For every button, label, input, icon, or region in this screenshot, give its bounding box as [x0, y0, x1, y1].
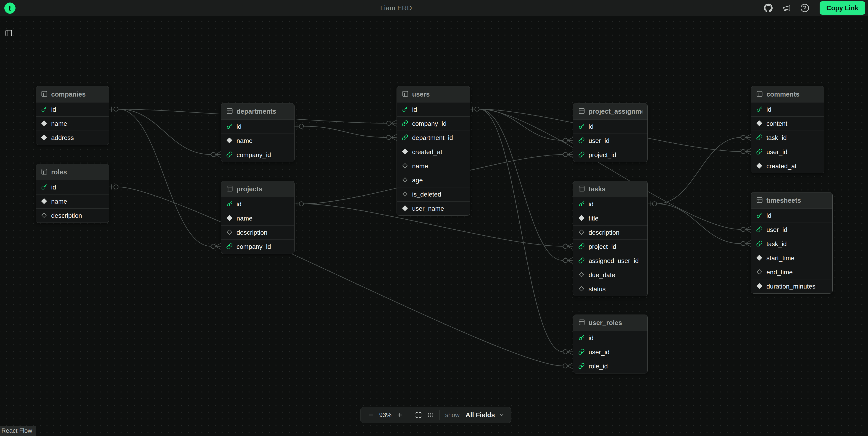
field-row-projects-id[interactable]: id — [221, 197, 294, 211]
table-header[interactable]: departments — [221, 103, 294, 119]
field-row-tasks-assigned_user_id[interactable]: assigned_user_id — [573, 254, 647, 268]
field-name: user_id — [589, 137, 610, 145]
field-row-project_assignments-user_id[interactable]: user_id — [573, 133, 647, 148]
table-companies[interactable]: companiesidnameaddress — [36, 86, 109, 145]
field-row-roles-id[interactable]: id — [36, 180, 109, 194]
header-actions: Copy Link — [763, 0, 865, 16]
field-row-tasks-id[interactable]: id — [573, 197, 647, 211]
field-row-comments-content[interactable]: content — [751, 117, 824, 131]
field-row-companies-address[interactable]: address — [36, 131, 109, 145]
table-tasks[interactable]: tasksidtitledescriptionproject_idassigne… — [573, 181, 648, 296]
primary-key-icon — [226, 123, 232, 130]
diagram-canvas[interactable] — [0, 16, 868, 436]
field-row-users-id[interactable]: id — [397, 102, 470, 117]
field-name: name — [51, 198, 67, 205]
field-row-user_roles-role_id[interactable]: role_id — [573, 359, 647, 373]
field-row-tasks-description[interactable]: description — [573, 225, 647, 240]
field-row-timesheets-end_time[interactable]: end_time — [751, 265, 832, 279]
field-name: title — [589, 215, 599, 222]
field-row-departments-company_id[interactable]: company_id — [221, 148, 294, 162]
table-header[interactable]: user_roles — [573, 315, 647, 331]
field-row-timesheets-id[interactable]: id — [751, 209, 832, 223]
field-row-comments-id[interactable]: id — [751, 102, 824, 117]
zoom-out-button[interactable] — [366, 410, 376, 420]
field-row-projects-company_id[interactable]: company_id — [221, 240, 294, 254]
field-row-project_assignments-id[interactable]: id — [573, 119, 647, 133]
sidebar-toggle-icon[interactable] — [3, 28, 14, 38]
zoom-in-button[interactable] — [395, 410, 405, 420]
table-users[interactable]: usersidcompany_iddepartment_idcreated_at… — [397, 86, 470, 216]
github-icon[interactable] — [763, 3, 773, 13]
copy-link-button[interactable]: Copy Link — [819, 1, 865, 14]
field-row-tasks-title[interactable]: title — [573, 211, 647, 225]
table-roles[interactable]: rolesidnamedescription — [36, 164, 109, 223]
field-row-timesheets-user_id[interactable]: user_id — [751, 223, 832, 237]
field-row-departments-id[interactable]: id — [221, 119, 294, 133]
table-user_roles[interactable]: user_rolesiduser_idrole_id — [573, 315, 648, 373]
field-row-companies-id[interactable]: id — [36, 102, 109, 117]
field-name: company_id — [412, 120, 446, 127]
table-header[interactable]: project_assignme... — [573, 103, 647, 119]
field-row-users-company_id[interactable]: company_id — [397, 117, 470, 131]
field-row-users-is_deleted[interactable]: is_deleted — [397, 187, 470, 201]
field-row-user_roles-id[interactable]: id — [573, 331, 647, 345]
field-row-companies-name[interactable]: name — [36, 117, 109, 131]
liam-logo[interactable]: ℓ — [4, 2, 16, 14]
not-null-icon — [402, 205, 408, 212]
field-row-comments-user_id[interactable]: user_id — [751, 145, 824, 159]
table-timesheets[interactable]: timesheetsiduser_idtask_idstart_timeend_… — [751, 192, 833, 293]
field-name: task_id — [766, 134, 787, 142]
table-comments[interactable]: commentsidcontenttask_iduser_idcreated_a… — [751, 86, 825, 173]
field-row-roles-description[interactable]: description — [36, 209, 109, 223]
field-row-users-age[interactable]: age — [397, 173, 470, 187]
foreign-key-icon — [578, 349, 585, 356]
field-row-users-department_id[interactable]: department_id — [397, 131, 470, 145]
field-row-users-created_at[interactable]: created_at — [397, 145, 470, 159]
table-icon — [226, 185, 233, 193]
table-header[interactable]: timesheets — [751, 192, 832, 209]
table-header[interactable]: tasks — [573, 181, 647, 197]
react-flow-attribution[interactable]: React Flow — [0, 426, 36, 436]
field-row-tasks-project_id[interactable]: project_id — [573, 240, 647, 254]
foreign-key-icon — [578, 243, 585, 250]
table-icon — [402, 90, 409, 98]
help-icon[interactable] — [800, 3, 810, 13]
field-row-users-name[interactable]: name — [397, 159, 470, 173]
table-header[interactable]: companies — [36, 86, 109, 102]
tidy-up-icon[interactable] — [425, 410, 435, 420]
field-row-timesheets-duration_minutes[interactable]: duration_minutes — [751, 279, 832, 293]
table-project_assignments[interactable]: project_assignme...iduser_idproject_id — [573, 103, 648, 162]
field-row-timesheets-start_time[interactable]: start_time — [751, 251, 832, 265]
field-name: project_id — [589, 151, 616, 159]
table-header[interactable]: projects — [221, 181, 294, 197]
chevron-down-icon — [499, 412, 504, 418]
table-header[interactable]: users — [397, 86, 470, 102]
field-row-projects-description[interactable]: description — [221, 225, 294, 240]
field-row-roles-name[interactable]: name — [36, 194, 109, 209]
field-row-comments-created_at[interactable]: created_at — [751, 159, 824, 173]
table-header[interactable]: comments — [751, 86, 824, 102]
field-name: created_at — [766, 162, 797, 170]
field-row-comments-task_id[interactable]: task_id — [751, 131, 824, 145]
field-row-tasks-status[interactable]: status — [573, 282, 647, 296]
foreign-key-icon — [578, 257, 585, 264]
primary-key-icon — [41, 184, 47, 191]
field-row-tasks-due_date[interactable]: due_date — [573, 268, 647, 282]
field-row-timesheets-task_id[interactable]: task_id — [751, 237, 832, 251]
erd-app: companiesidnameaddressrolesidnamedescrip… — [0, 0, 868, 436]
field-row-departments-name[interactable]: name — [221, 133, 294, 148]
field-row-project_assignments-project_id[interactable]: project_id — [573, 148, 647, 162]
fit-view-icon[interactable] — [413, 410, 424, 420]
foreign-key-icon — [226, 151, 232, 159]
table-header[interactable]: roles — [36, 164, 109, 180]
field-row-users-user_name[interactable]: user_name — [397, 201, 470, 216]
foreign-key-icon — [402, 120, 408, 127]
megaphone-icon[interactable] — [781, 3, 792, 13]
field-row-projects-name[interactable]: name — [221, 211, 294, 225]
fields-mode-dropdown[interactable]: All Fields — [466, 411, 504, 419]
field-row-user_roles-user_id[interactable]: user_id — [573, 345, 647, 359]
fields-mode-value: All Fields — [466, 411, 495, 419]
table-departments[interactable]: departmentsidnamecompany_id — [221, 103, 294, 162]
field-name: description — [589, 229, 619, 236]
table-projects[interactable]: projectsidnamedescriptioncompany_id — [221, 181, 294, 254]
